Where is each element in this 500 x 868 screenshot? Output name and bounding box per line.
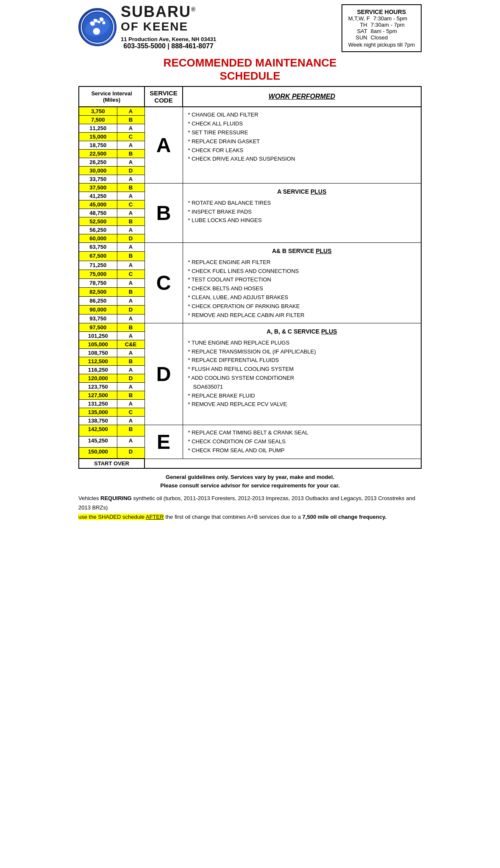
interval-code: B bbox=[117, 184, 144, 192]
hours-row-sat: SAT 8am - 5pm bbox=[348, 28, 415, 34]
address: 11 Production Ave, Keene, NH 03431 bbox=[121, 36, 216, 42]
hours-box: SERVICE HOURS M,T,W, F 7:30am - 5pm TH 7… bbox=[342, 4, 422, 52]
interval-code: D bbox=[117, 374, 144, 383]
work-item: * INSPECT BRAKE PADS bbox=[188, 208, 416, 217]
interval-code: A bbox=[117, 366, 144, 374]
hours-title: SERVICE HOURS bbox=[348, 8, 415, 15]
header-interval-code: Service Interval(Miles) bbox=[79, 86, 144, 107]
table-row: 142,500BE* REPLACE CAM TIMING BELT & CRA… bbox=[79, 425, 421, 436]
interval-code: A bbox=[117, 332, 144, 340]
interval-miles: 123,750 bbox=[79, 383, 117, 391]
work-item: * REMOVE AND REPLACE PCV VALVE bbox=[188, 400, 416, 409]
guideline-text: General guidelines only. Services vary b… bbox=[78, 473, 422, 490]
interval-miles: 101,250 bbox=[79, 332, 117, 340]
work-item: * REPLACE DIFFERENTIAL FLUIDS bbox=[188, 356, 416, 365]
work-item: * REPLACE CAM TIMING BELT & CRANK SEAL bbox=[188, 428, 416, 437]
table-row: 3,750AA* CHANGE OIL AND FILTER* CHECK AL… bbox=[79, 107, 421, 116]
interval-miles: 93,750 bbox=[79, 314, 117, 323]
svg-point-13 bbox=[103, 21, 105, 24]
subaru-logo bbox=[78, 8, 117, 46]
shaded-highlight: use the SHADED schedule AFTER bbox=[78, 514, 164, 520]
subaru-brand: SUBARU® bbox=[121, 4, 216, 19]
interval-miles: 60,000 bbox=[79, 234, 117, 243]
interval-code: D bbox=[117, 306, 144, 314]
interval-code: D bbox=[117, 234, 144, 243]
service-letter-B: B bbox=[144, 184, 183, 243]
interval-code: B bbox=[117, 217, 144, 226]
interval-miles: 52,500 bbox=[79, 217, 117, 226]
work-item: * TEST COOLANT PROTECTION bbox=[188, 275, 416, 284]
service-letter-C: C bbox=[144, 243, 183, 323]
hours-day-sun: SUN bbox=[348, 34, 367, 41]
work-item: * REPLACE ENGINE AIR FILTER bbox=[188, 258, 416, 267]
contact-info: 11 Production Ave, Keene, NH 03431 603-3… bbox=[121, 36, 216, 50]
work-cell-B: A SERVICE PLUS* ROTATE AND BALANCE TIRES… bbox=[183, 184, 421, 243]
service-letter-D: D bbox=[144, 323, 183, 425]
interval-miles: 18,750 bbox=[79, 141, 117, 150]
interval-code: A bbox=[117, 383, 144, 391]
interval-code: B bbox=[117, 425, 144, 436]
work-item: * TUNE ENGINE AND REPLACE PLUGS bbox=[188, 339, 416, 348]
work-item: * CHECK DRIVE AXLE AND SUSPENSION bbox=[188, 155, 416, 164]
table-row: 37,500BBA SERVICE PLUS* ROTATE AND BALAN… bbox=[79, 184, 421, 192]
interval-miles: 150,000 bbox=[79, 447, 117, 459]
interval-code: C bbox=[117, 133, 144, 141]
table-row: 63,750ACA& B SERVICE PLUS* REPLACE ENGIN… bbox=[79, 243, 421, 252]
interval-code: A bbox=[117, 400, 144, 408]
guideline-line2: Please consult service advisor for servi… bbox=[160, 482, 339, 489]
work-cell-E: * REPLACE CAM TIMING BELT & CRANK SEAL* … bbox=[183, 425, 421, 459]
interval-code: B bbox=[117, 323, 144, 332]
hours-row-mtwf: M,T,W, F 7:30am - 5pm bbox=[348, 15, 415, 22]
interval-code: A bbox=[117, 175, 144, 184]
page-header: SUBARU® OF KEENE 11 Production Ave, Keen… bbox=[78, 4, 422, 52]
service-letter-E: E bbox=[144, 425, 183, 459]
interval-miles: 63,750 bbox=[79, 243, 117, 252]
interval-code: D bbox=[117, 447, 144, 459]
interval-miles: 15,000 bbox=[79, 133, 117, 141]
work-item: * CHECK OPERATION OF PARKING BRAKE bbox=[188, 302, 416, 311]
interval-code: C&E bbox=[117, 340, 144, 349]
interval-code: A bbox=[117, 243, 144, 252]
work-cell-C: A& B SERVICE PLUS* REPLACE ENGINE AIR FI… bbox=[183, 243, 421, 323]
logo-section: SUBARU® OF KEENE 11 Production Ave, Keen… bbox=[78, 4, 216, 50]
work-item: * LUBE LOCKS AND HINGES bbox=[188, 216, 416, 225]
frequency-bold: 7,500 mile oil change frequency. bbox=[303, 514, 386, 520]
interval-miles: 45,000 bbox=[79, 200, 117, 209]
dealership-name: SUBARU® OF KEENE 11 Production Ave, Keen… bbox=[121, 4, 216, 50]
table-header-row: Service Interval(Miles) SERVICECODE WORK… bbox=[79, 86, 421, 107]
guideline-line1: General guidelines only. Services vary b… bbox=[166, 474, 334, 480]
interval-miles: 67,500 bbox=[79, 252, 117, 261]
phone: 603-355-5000 | 888-461-8077 bbox=[121, 42, 216, 50]
svg-point-10 bbox=[94, 19, 97, 22]
interval-code: A bbox=[117, 436, 144, 447]
schedule-title-line1: RECOMMENDED MAINTENANCE bbox=[78, 56, 422, 70]
interval-code: A bbox=[117, 209, 144, 217]
interval-code: A bbox=[117, 141, 144, 150]
interval-miles: 75,000 bbox=[79, 270, 117, 278]
work-item: * REPLACE BRAKE FLUID bbox=[188, 392, 416, 401]
interval-miles: 138,750 bbox=[79, 417, 117, 425]
work-item: * ROTATE AND BALANCE TIRES bbox=[188, 199, 416, 208]
hours-row-sun: SUN Closed bbox=[348, 34, 415, 41]
interval-miles: 145,250 bbox=[79, 436, 117, 447]
interval-miles: 86,250 bbox=[79, 296, 117, 305]
interval-miles: 48,750 bbox=[79, 209, 117, 217]
hours-day-th: TH bbox=[348, 22, 367, 28]
header-interval: Service Interval(Miles) bbox=[81, 90, 142, 103]
interval-miles: 37,500 bbox=[79, 184, 117, 192]
interval-miles: 30,000 bbox=[79, 167, 117, 175]
interval-code: A bbox=[117, 417, 144, 425]
svg-point-11 bbox=[97, 20, 100, 22]
header-work-performed: WORK PERFORMED bbox=[183, 86, 421, 107]
interval-code: C bbox=[117, 200, 144, 209]
interval-miles: 112,500 bbox=[79, 357, 117, 366]
header-service-code: SERVICECODE bbox=[144, 86, 183, 107]
work-item: * ADD COOLING SYSTEM CONDITIONER bbox=[188, 374, 416, 383]
interval-code: A bbox=[117, 296, 144, 305]
work-item: * CLEAN, LUBE, AND ADJUST BRAKES bbox=[188, 293, 416, 302]
interval-code: A bbox=[117, 261, 144, 270]
interval-code: B bbox=[117, 357, 144, 366]
start-over-label: START OVER bbox=[79, 459, 144, 468]
interval-miles: 90,000 bbox=[79, 306, 117, 314]
work-item: * REPLACE TRANSMISSION OIL (IF APPLICABL… bbox=[188, 348, 416, 356]
